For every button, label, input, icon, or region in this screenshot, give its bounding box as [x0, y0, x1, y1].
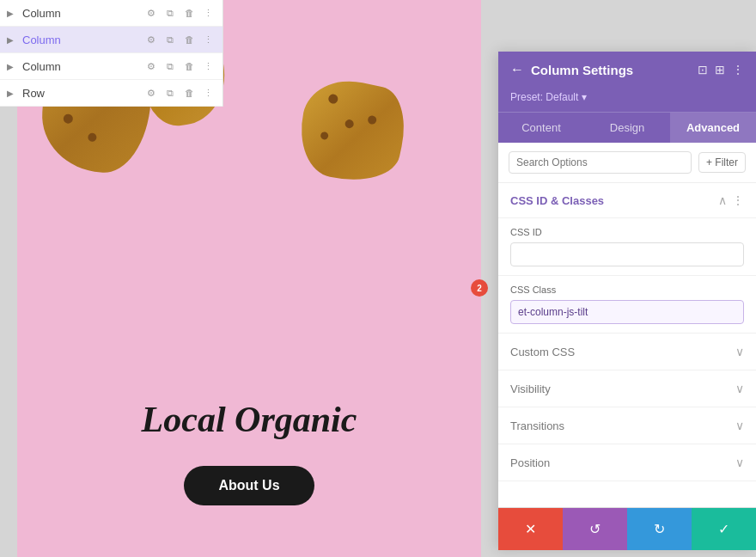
- settings-icon-col1[interactable]: ⚙: [143, 5, 159, 21]
- cancel-button[interactable]: ✕: [498, 508, 563, 550]
- visibility-chevron: ∨: [735, 382, 744, 395]
- panel-actions: ✕ ↺ ↻ ✓: [498, 507, 756, 550]
- panel-body: + Filter CSS ID & Classes ∧ ⋮ CSS ID CSS…: [498, 143, 756, 507]
- settings-icon-row1[interactable]: ⚙: [143, 85, 159, 101]
- css-section-more-icon[interactable]: ⋮: [732, 193, 744, 207]
- delete-icon-col3[interactable]: 🗑: [181, 58, 197, 74]
- panel-tabs: Content Design Advanced: [498, 112, 756, 143]
- layer-name-col1: Column: [22, 7, 143, 20]
- custom-css-title: Custom CSS: [510, 346, 735, 358]
- css-id-classes-title: CSS ID & Classes: [510, 194, 718, 207]
- settings-panel: ← Column Settings ⊡ ⊞ ⋮ Preset: Default …: [498, 52, 756, 550]
- duplicate-icon-col1[interactable]: ⧉: [162, 5, 178, 21]
- window-icon[interactable]: ⊡: [698, 63, 708, 77]
- save-button[interactable]: ✓: [692, 508, 756, 550]
- more-icon-col1[interactable]: ⋮: [200, 5, 216, 21]
- layer-item-col2[interactable]: ▶ Column ⚙ ⧉ 🗑 ⋮: [0, 27, 223, 53]
- layer-item-row1[interactable]: ▶ Row ⚙ ⧉ 🗑 ⋮: [0, 80, 223, 107]
- delete-icon-col2[interactable]: 🗑: [181, 32, 197, 47]
- preset-label: Preset: Default: [510, 91, 578, 103]
- css-id-input[interactable]: [510, 242, 744, 266]
- panel-preset: Preset: Default ▾: [498, 88, 756, 112]
- delete-icon-col1[interactable]: 🗑: [181, 5, 197, 21]
- css-id-label: CSS ID: [510, 227, 744, 237]
- hero-title: Local Organic: [142, 399, 357, 440]
- layer-item-col1[interactable]: ▶ Column ⚙ ⧉ 🗑 ⋮: [0, 0, 223, 27]
- search-bar: + Filter: [498, 143, 756, 183]
- transitions-title: Transitions: [510, 419, 735, 432]
- layer-icons-col2: ⚙ ⧉ 🗑 ⋮: [143, 32, 216, 47]
- duplicate-icon-row1[interactable]: ⧉: [162, 85, 178, 101]
- duplicate-icon-col2[interactable]: ⧉: [162, 32, 178, 47]
- transitions-chevron: ∨: [735, 419, 744, 432]
- tab-advanced[interactable]: Advanced: [670, 113, 756, 143]
- layer-name-col3: Column: [22, 60, 143, 73]
- css-section-collapse-icon[interactable]: ∧: [718, 193, 727, 207]
- more-icon-col2[interactable]: ⋮: [200, 32, 216, 47]
- expand-arrow-row1: ▶: [7, 87, 19, 99]
- settings-icon-col3[interactable]: ⚙: [143, 58, 159, 74]
- visibility-title: Visibility: [510, 383, 735, 395]
- css-class-field-group: CSS Class: [498, 276, 756, 334]
- undo-button[interactable]: ↺: [563, 508, 627, 550]
- more-icon-row1[interactable]: ⋮: [200, 85, 216, 101]
- hero-button[interactable]: About Us: [184, 466, 314, 505]
- preset-dropdown[interactable]: ▾: [582, 91, 587, 103]
- css-id-classes-icons: ∧ ⋮: [718, 193, 744, 207]
- css-class-label: CSS Class: [510, 285, 744, 295]
- panel-title: Column Settings: [531, 63, 691, 77]
- layer-icons-col1: ⚙ ⧉ 🗑 ⋮: [143, 5, 216, 21]
- tab-content[interactable]: Content: [498, 113, 584, 143]
- search-input[interactable]: [509, 151, 692, 174]
- expand-arrow-col1: ▶: [7, 7, 19, 19]
- custom-css-section[interactable]: Custom CSS ∨: [498, 334, 756, 370]
- columns-icon[interactable]: ⊞: [715, 63, 725, 77]
- duplicate-icon-col3[interactable]: ⧉: [162, 58, 178, 74]
- more-icon-col3[interactable]: ⋮: [200, 58, 216, 74]
- delete-icon-row1[interactable]: 🗑: [181, 85, 197, 101]
- layer-name-col2: Column: [22, 34, 143, 46]
- transitions-section[interactable]: Transitions ∨: [498, 407, 756, 444]
- step-badge-2: 2: [471, 279, 488, 297]
- panel-header-icons: ⊡ ⊞ ⋮: [698, 63, 744, 77]
- visibility-section[interactable]: Visibility ∨: [498, 370, 756, 407]
- panel-header: ← Column Settings ⊡ ⊞ ⋮: [498, 52, 756, 88]
- position-chevron: ∨: [735, 456, 744, 469]
- redo-button[interactable]: ↻: [627, 508, 692, 550]
- layer-panel: ▶ Column ⚙ ⧉ 🗑 ⋮ ▶ Column ⚙ ⧉ 🗑 ⋮ ▶ Colu…: [0, 0, 223, 107]
- layer-icons-row1: ⚙ ⧉ 🗑 ⋮: [143, 85, 216, 101]
- layer-name-row1: Row: [22, 87, 143, 100]
- settings-icon-col2[interactable]: ⚙: [143, 32, 159, 47]
- dots-icon[interactable]: ⋮: [732, 63, 744, 77]
- css-class-input[interactable]: [510, 300, 744, 324]
- expand-arrow-col2: ▶: [7, 34, 19, 46]
- layer-icons-col3: ⚙ ⧉ 🗑 ⋮: [143, 58, 216, 74]
- css-id-classes-header[interactable]: CSS ID & Classes ∧ ⋮: [498, 183, 756, 218]
- tab-design[interactable]: Design: [584, 113, 670, 143]
- position-title: Position: [510, 456, 735, 469]
- custom-css-chevron: ∨: [735, 345, 744, 358]
- layer-item-col3[interactable]: ▶ Column ⚙ ⧉ 🗑 ⋮: [0, 53, 223, 80]
- position-section[interactable]: Position ∨: [498, 444, 756, 481]
- back-button[interactable]: ←: [510, 62, 524, 77]
- filter-button[interactable]: + Filter: [698, 152, 746, 173]
- expand-arrow-col3: ▶: [7, 60, 19, 72]
- css-id-field-group: CSS ID: [498, 218, 756, 276]
